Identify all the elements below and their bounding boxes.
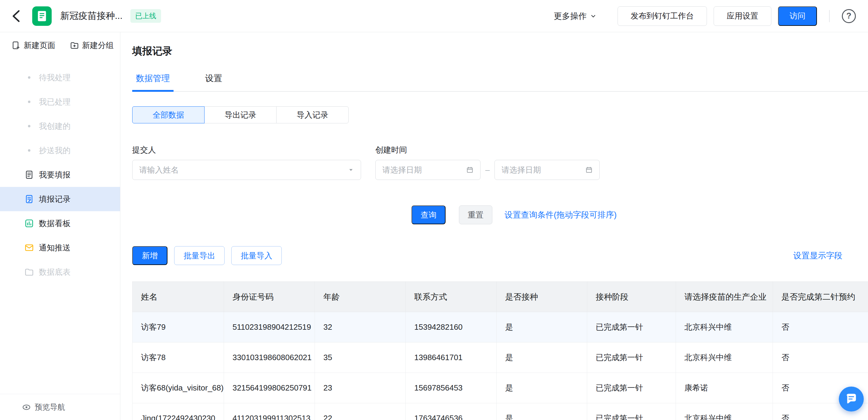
sidebar-item-label: 数据看板 <box>39 218 70 229</box>
top-bar-left: 新冠疫苗接种... 已上线 <box>12 6 161 26</box>
sidebar: 新建页面 新建分组 待我处理 我已处理 <box>0 32 120 420</box>
cell-contact: 15697856453 <box>406 373 497 403</box>
calendar-icon <box>466 166 473 174</box>
table-row[interactable]: Jing(1722492430230 411203199911302513 22… <box>132 403 868 420</box>
top-bar: 新冠疫苗接种... 已上线 更多操作 发布到钉钉工作台 应用设置 访问 ? <box>0 0 868 32</box>
records-table: 姓名 身份证号码 年龄 联系方式 是否接种 接种阶段 请选择疫苗的生产企业 是否… <box>132 282 868 420</box>
cell-id-number: 321564199806250791 <box>224 373 315 403</box>
more-actions-label: 更多操作 <box>554 11 587 22</box>
created-time-filter: 创建时间 – <box>375 145 600 180</box>
sidebar-item-label: 我已处理 <box>39 97 70 107</box>
select-caret-icon <box>348 166 354 173</box>
submitter-label: 提交人 <box>132 145 361 154</box>
segment-all-data[interactable]: 全部数据 <box>132 106 205 123</box>
app-logo-icon <box>32 6 52 26</box>
filter-section: 提交人 创建时间 <box>132 145 868 180</box>
sidebar-item-data-table[interactable]: 数据底表 <box>0 260 120 284</box>
segment-import-records[interactable]: 导入记录 <box>276 106 349 123</box>
sidebar-item-notification-push[interactable]: 通知推送 <box>0 235 120 260</box>
data-scope-segmented-control: 全部数据 导出记录 导入记录 <box>132 106 349 123</box>
page-title: 填报记录 <box>132 44 868 58</box>
visit-button[interactable]: 访问 <box>778 6 817 26</box>
cell-stage: 已完成第一针 <box>587 403 676 420</box>
end-date-input[interactable] <box>501 165 585 175</box>
cell-second-dose: 否 <box>773 343 868 373</box>
sidebar-item-pending[interactable]: 待我处理 <box>0 65 120 90</box>
publish-to-dingtalk-button[interactable]: 发布到钉钉工作台 <box>618 6 707 26</box>
cell-vaccinated: 是 <box>497 373 587 403</box>
query-button[interactable]: 查询 <box>411 205 445 224</box>
cell-name: Jing(1722492430230 <box>132 403 224 420</box>
new-group-icon <box>70 41 79 50</box>
cell-age: 23 <box>315 373 406 403</box>
new-page-icon <box>11 41 21 50</box>
column-header-vaccinated: 是否接种 <box>497 282 587 312</box>
query-conditions-link[interactable]: 设置查询条件(拖动字段可排序) <box>504 209 617 220</box>
table-row[interactable]: 访客79 511023198904212519 32 15394282160 是… <box>132 312 868 343</box>
sidebar-item-form-records[interactable]: 填报记录 <box>0 187 120 211</box>
calendar-icon <box>585 166 593 174</box>
batch-export-button[interactable]: 批量导出 <box>174 246 225 265</box>
help-button[interactable]: ? <box>842 9 856 23</box>
back-button[interactable] <box>12 10 20 23</box>
bullet-icon <box>24 125 35 127</box>
tab-settings[interactable]: 设置 <box>202 69 226 91</box>
bullet-icon <box>24 149 35 152</box>
table-header-row: 姓名 身份证号码 年龄 联系方式 是否接种 接种阶段 请选择疫苗的生产企业 是否… <box>132 282 868 312</box>
segment-export-records[interactable]: 导出记录 <box>204 106 277 123</box>
sidebar-item-label: 填报记录 <box>39 194 70 204</box>
form-icon <box>24 170 35 180</box>
table-row[interactable]: 访客78 330103198608062021 35 13986461701 是… <box>132 343 868 373</box>
cell-age: 35 <box>315 343 406 373</box>
sidebar-item-data-dashboard[interactable]: 数据看板 <box>0 211 120 235</box>
cell-manufacturer: 北京科兴中维 <box>676 343 773 373</box>
column-header-second-dose: 是否完成第二针预约 <box>773 282 868 312</box>
folder-icon <box>24 267 35 277</box>
chat-bubble-icon <box>844 392 858 406</box>
sidebar-item-fill-form[interactable]: 我要填报 <box>0 163 120 187</box>
column-header-contact: 联系方式 <box>406 282 497 312</box>
display-fields-link[interactable]: 设置显示字段 <box>793 250 842 261</box>
add-record-button[interactable]: 新增 <box>132 246 167 265</box>
cell-contact: 17634746536 <box>406 403 497 420</box>
new-page-button[interactable]: 新建页面 <box>11 40 55 51</box>
cell-vaccinated: 是 <box>497 343 587 373</box>
submitter-input[interactable] <box>139 165 348 175</box>
sidebar-top-actions: 新建页面 新建分组 <box>0 32 120 58</box>
cell-vaccinated: 是 <box>497 312 587 343</box>
sidebar-item-created-by-me[interactable]: 我创建的 <box>0 114 120 138</box>
new-group-button[interactable]: 新建分组 <box>70 40 114 51</box>
end-date-picker[interactable] <box>494 160 600 180</box>
cell-id-number: 511023198904212519 <box>224 312 315 343</box>
support-chat-button[interactable] <box>839 387 864 412</box>
submitter-select[interactable] <box>132 160 361 180</box>
sidebar-item-processed[interactable]: 我已处理 <box>0 90 120 114</box>
reset-button[interactable]: 重置 <box>459 205 492 224</box>
cell-name: 访客68(yida_visitor_68) <box>132 373 224 403</box>
submitter-filter: 提交人 <box>132 145 361 180</box>
app-settings-button[interactable]: 应用设置 <box>714 6 771 26</box>
eye-icon <box>22 403 31 412</box>
start-date-picker[interactable] <box>375 160 480 180</box>
table-actions-row: 新增 批量导出 批量导入 设置显示字段 <box>132 246 842 265</box>
table-row[interactable]: 访客68(yida_visitor_68) 321564199806250791… <box>132 373 868 403</box>
notification-icon <box>24 243 35 253</box>
dashboard-icon <box>24 219 35 228</box>
cell-manufacturer: 北京科兴中维 <box>676 312 773 343</box>
column-header-age: 年龄 <box>315 282 406 312</box>
sidebar-item-label: 我要填报 <box>39 169 70 180</box>
tab-data-management[interactable]: 数据管理 <box>132 69 174 92</box>
sidebar-menu: 待我处理 我已处理 我创建的 抄送我的 <box>0 58 120 284</box>
cell-contact: 15394282160 <box>406 312 497 343</box>
cell-vaccinated: 是 <box>497 403 587 420</box>
query-actions-row: 查询 重置 设置查询条件(拖动字段可排序) <box>411 205 868 224</box>
more-actions-dropdown[interactable]: 更多操作 <box>554 11 597 22</box>
new-group-label: 新建分组 <box>82 40 114 51</box>
start-date-input[interactable] <box>382 165 466 175</box>
preview-navigation-toggle[interactable]: 预览导航 <box>0 394 120 420</box>
main-content: 填报记录 数据管理 设置 全部数据 导出记录 导入记录 提交人 创建时间 <box>120 32 868 420</box>
batch-import-button[interactable]: 批量导入 <box>231 246 282 265</box>
sidebar-item-cc-me[interactable]: 抄送我的 <box>0 138 120 163</box>
cell-stage: 已完成第一针 <box>587 343 676 373</box>
sidebar-item-label: 待我处理 <box>39 72 70 83</box>
